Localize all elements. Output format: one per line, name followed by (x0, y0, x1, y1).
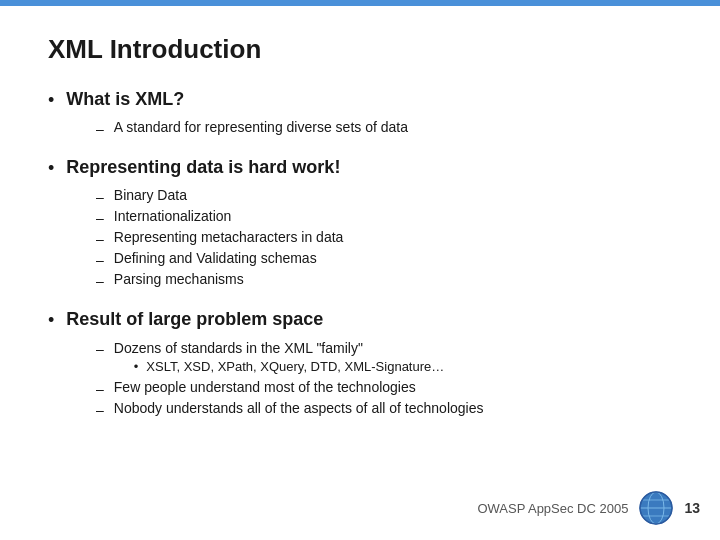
main-bullet-2: • Representing data is hard work! (48, 157, 672, 179)
footer: OWASP AppSec DC 2005 13 (477, 490, 700, 526)
sub-text-2-3: Representing metacharacters in data (114, 229, 344, 245)
dash-3-3: – (96, 402, 104, 418)
slide-title: XML Introduction (48, 34, 672, 65)
sub-bullet-3-3: – Nobody understands all of the aspects … (96, 400, 672, 418)
sub-text-3-3: Nobody understands all of the aspects of… (114, 400, 484, 416)
bullet-dot-1: • (48, 90, 54, 111)
sub-text-2-2: Internationalization (114, 208, 232, 224)
sub-text-2-4: Defining and Validating schemas (114, 250, 317, 266)
dash-2-4: – (96, 252, 104, 268)
bullet-dot-2: • (48, 158, 54, 179)
sub-sub-text-3-1-1: XSLT, XSD, XPath, XQuery, DTD, XML-Signa… (146, 359, 444, 374)
bullet-dot-3: • (48, 310, 54, 331)
dash-1-1: – (96, 121, 104, 137)
sub-text-2-1: Binary Data (114, 187, 187, 203)
sub-bullet-2-2: – Internationalization (96, 208, 672, 226)
main-bullet-3: • Result of large problem space (48, 309, 672, 331)
sub-bullets-2: – Binary Data – Internationalization – R… (96, 187, 672, 289)
sub-sub-bullet-3-1-1: • XSLT, XSD, XPath, XQuery, DTD, XML-Sig… (134, 359, 444, 374)
sub-bullet-3-2: – Few people understand most of the tech… (96, 379, 672, 397)
heading-representing-data: Representing data is hard work! (66, 157, 340, 178)
sub-bullet-2-3: – Representing metacharacters in data (96, 229, 672, 247)
sub-text-3-1: Dozens of standards in the XML "family" (114, 340, 363, 356)
dash-2-1: – (96, 189, 104, 205)
section-representing-data: • Representing data is hard work! – Bina… (48, 157, 672, 289)
footer-brand: OWASP AppSec DC 2005 (477, 501, 628, 516)
sub-bullet-3-1: – Dozens of standards in the XML "family… (96, 339, 672, 376)
sub-bullet-2-5: – Parsing mechanisms (96, 271, 672, 289)
slide-content: XML Introduction • What is XML? – A stan… (0, 6, 720, 458)
sub-text-1-1: A standard for representing diverse sets… (114, 119, 408, 135)
dash-3-1: – (96, 341, 104, 357)
dash-2-5: – (96, 273, 104, 289)
heading-what-is-xml: What is XML? (66, 89, 184, 110)
dash-2-3: – (96, 231, 104, 247)
sub-bullets-1: – A standard for representing diverse se… (96, 119, 672, 137)
sub-text-3-2: Few people understand most of the techno… (114, 379, 416, 395)
dash-3-2: – (96, 381, 104, 397)
globe-icon (638, 490, 674, 526)
sub-bullet-1-1: – A standard for representing diverse se… (96, 119, 672, 137)
sub-sub-dot-3-1-1: • (134, 359, 139, 374)
heading-result: Result of large problem space (66, 309, 323, 330)
footer-page-number: 13 (684, 500, 700, 516)
sub-sub-bullets-3-1: • XSLT, XSD, XPath, XQuery, DTD, XML-Sig… (134, 359, 444, 374)
dash-2-2: – (96, 210, 104, 226)
sub-bullets-3: – Dozens of standards in the XML "family… (96, 339, 672, 418)
section-what-is-xml: • What is XML? – A standard for represen… (48, 89, 672, 137)
sub-bullet-2-4: – Defining and Validating schemas (96, 250, 672, 268)
sub-text-2-5: Parsing mechanisms (114, 271, 244, 287)
section-result: • Result of large problem space – Dozens… (48, 309, 672, 418)
sub-bullet-2-1: – Binary Data (96, 187, 672, 205)
main-bullet-1: • What is XML? (48, 89, 672, 111)
